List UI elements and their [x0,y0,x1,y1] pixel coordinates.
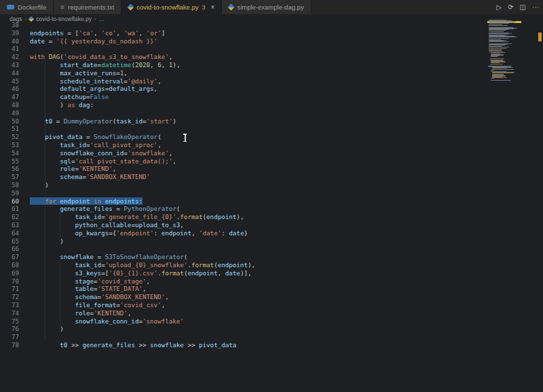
line-number[interactable]: 46 [1,85,19,93]
code-text: pivot_data = SnowflakeOperator( [30,133,162,141]
code-line-62[interactable]: 62 task_id='generate_file_{0}'.format(en… [0,213,489,221]
code-line-72[interactable]: 72 schema='SANDBOX_KENTEND', [0,293,489,301]
code-line-55[interactable]: 55 sql='call pivot_state_data();', [0,157,489,165]
code-line-39[interactable]: 39endpoints = ['ca', 'co', 'wa', 'or'] [0,29,489,37]
code-line-58[interactable]: 58 ) [0,181,489,189]
code-line-60[interactable]: 60 for endpoint in endpoints: [0,197,489,205]
line-number[interactable]: 57 [1,173,19,181]
line-number[interactable]: 54 [1,149,19,157]
close-icon[interactable]: × [211,3,215,11]
more-actions-icon[interactable]: ··· [532,4,539,11]
line-number[interactable]: 71 [1,285,19,293]
code-line-65[interactable]: 65 ) [0,237,489,246]
code-line-66[interactable]: 66 [0,245,489,253]
minimap-line [491,78,494,79]
line-number[interactable]: 55 [1,157,19,165]
minimap-line [489,41,509,42]
line-number[interactable]: 62 [1,213,19,221]
tab-simple-example-dag.py[interactable]: simple-example-dag.py [222,0,311,14]
minimap[interactable] [487,19,521,85]
code-text: task_id='upload_{0}_snowflake'.format(en… [30,261,255,269]
line-number[interactable]: 72 [1,293,19,301]
code-line-75[interactable]: 75 snowflake_conn_id='snowflake' [0,317,489,326]
line-number[interactable]: 38 [1,21,19,29]
code-line-54[interactable]: 54 snowflake_conn_id='snowflake', [0,149,489,157]
code-line-45[interactable]: 45 schedule_interval='@daily', [0,77,489,85]
code-line-77[interactable]: 77 [0,333,489,341]
line-number[interactable]: 47 [1,93,19,101]
line-number[interactable]: 76 [1,325,19,333]
line-number[interactable]: 67 [1,253,19,261]
code-line-70[interactable]: 70 stage='covid_stage', [0,277,489,286]
line-number[interactable]: 58 [1,181,19,189]
line-number[interactable]: 69 [1,269,19,277]
code-line-73[interactable]: 73 file_format='covid_csv', [0,301,489,309]
code-line-41[interactable]: 41 [0,45,489,53]
line-number[interactable]: 40 [1,37,19,45]
line-number[interactable]: 61 [1,205,19,213]
run-icon[interactable]: ▷ [496,4,502,11]
line-number[interactable]: 78 [1,341,19,349]
code-line-51[interactable]: 51 [0,125,489,133]
line-number[interactable]: 59 [1,189,19,197]
tab-covid-to-snowflake.py[interactable]: covid-to-snowflake.py3× [121,0,222,14]
line-number[interactable]: 60 [1,197,19,205]
code-line-53[interactable]: 53 task_id='call_pivot_sproc', [0,141,489,149]
code-line-59[interactable]: 59 [0,189,489,197]
tab-label: simple-example-dag.py [237,3,303,11]
code-line-61[interactable]: 61 generate_files = PythonOperator( [0,205,489,213]
code-line-52[interactable]: 52 pivot_data = SnowflakeOperator( [0,133,489,141]
line-number[interactable]: 74 [1,309,19,317]
line-number[interactable]: 48 [1,101,19,109]
line-number[interactable]: 39 [1,29,19,37]
line-number[interactable]: 44 [1,69,19,77]
docker-icon [7,5,14,9]
line-number[interactable]: 51 [1,125,19,133]
tab-requirements.txt[interactable]: ≡requirements.txt [54,0,121,14]
code-line-43[interactable]: 43 start_date=datetime(2020, 6, 1), [0,61,489,69]
line-number[interactable]: 56 [1,165,19,173]
line-number[interactable]: 50 [1,117,19,125]
code-line-69[interactable]: 69 s3_keys=['{0}_{1}.csv'.format(endpoin… [0,269,489,277]
code-line-67[interactable]: 67 snowflake = S3ToSnowflakeOperator( [0,253,489,261]
code-line-68[interactable]: 68 task_id='upload_{0}_snowflake'.format… [0,261,489,269]
code-text: role='KENTEND', [30,309,131,317]
code-line-44[interactable]: 44 max_active_runs=1, [0,69,489,77]
line-number[interactable]: 63 [1,221,19,229]
code-line-74[interactable]: 74 role='KENTEND', [0,309,489,317]
line-number[interactable]: 64 [1,229,19,237]
line-number[interactable]: 70 [1,277,19,286]
tab-Dockerfile[interactable]: Dockerfile [0,0,54,14]
line-number[interactable]: 65 [1,237,19,246]
code-line-46[interactable]: 46 default_args=default_args, [0,85,489,93]
line-number[interactable]: 49 [1,109,19,117]
code-line-42[interactable]: 42with DAG('covid_data_s3_to_snowflake', [0,53,489,61]
split-editor-icon[interactable]: ◫ [520,4,526,11]
run-all-icon[interactable]: ⟳ [508,4,513,11]
line-number[interactable]: 75 [1,317,19,326]
line-number[interactable]: 73 [1,301,19,309]
line-number[interactable]: 52 [1,133,19,141]
line-number[interactable]: 43 [1,61,19,69]
code-line-49[interactable]: 49 [0,109,489,117]
code-line-57[interactable]: 57 schema='SANDBOX_KENTEND' [0,173,489,181]
code-line-76[interactable]: 76 ) [0,325,489,333]
code-line-56[interactable]: 56 role='KENTEND', [0,165,489,173]
line-number[interactable]: 45 [1,77,19,85]
code-line-78[interactable]: 78 t0 >> generate_files >> snowflake >> … [0,341,489,349]
line-number[interactable]: 77 [1,333,19,341]
line-number[interactable]: 66 [1,245,19,253]
code-line-48[interactable]: 48 ) as dag: [0,101,489,109]
code-line-63[interactable]: 63 python_callable=upload_to_s3, [0,221,489,229]
code-line-38[interactable]: 38 [0,21,489,29]
line-number[interactable]: 68 [1,261,19,269]
code-line-71[interactable]: 71 table='STATE_DATA', [0,285,489,293]
code-editor[interactable]: 3839endpoints = ['ca', 'co', 'wa', 'or']… [0,21,543,392]
code-line-64[interactable]: 64 op_kwargs={'endpoint': endpoint, 'dat… [0,229,489,237]
line-number[interactable]: 53 [1,141,19,149]
code-line-50[interactable]: 50 t0 = DummyOperator(task_id='start') [0,117,489,125]
line-number[interactable]: 42 [1,53,19,61]
code-line-47[interactable]: 47 catchup=False [0,93,489,101]
line-number[interactable]: 41 [1,45,19,53]
code-line-40[interactable]: 40date = '{{ yesterday_ds_nodash }}' [0,37,489,45]
